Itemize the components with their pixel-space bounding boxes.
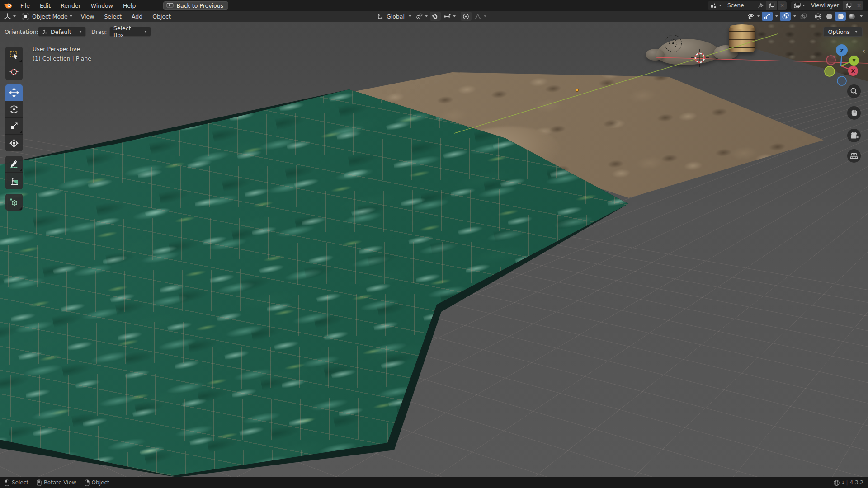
tool-add-cube[interactable] — [5, 194, 23, 211]
scene-name[interactable]: Scene — [724, 2, 755, 9]
tool-settings-bar: Orientation: Default Drag: Select Box Op… — [0, 26, 868, 39]
status-hint-object: Object — [85, 479, 109, 486]
pan-view-button[interactable] — [847, 106, 861, 120]
gizmo-negative-y[interactable] — [825, 66, 835, 76]
show-gizmo-toggle[interactable] — [762, 12, 773, 21]
menu-window[interactable]: Window — [86, 0, 118, 11]
blender-logo-icon[interactable] — [4, 2, 13, 9]
gizmo-y-label: Y — [852, 58, 856, 64]
tool-rotate[interactable] — [5, 101, 23, 118]
tool-transform[interactable] — [5, 135, 23, 151]
view-layer-icon — [793, 2, 801, 9]
shading-solid-button[interactable] — [824, 12, 835, 21]
status-divider: | — [846, 479, 848, 486]
object-origin-dot[interactable] — [576, 89, 579, 92]
material-sphere-icon — [837, 13, 844, 20]
xray-toggle[interactable] — [798, 12, 809, 21]
menu-select[interactable]: Select — [99, 11, 127, 22]
menu-object[interactable]: Object — [147, 11, 176, 22]
navigation-gizmo[interactable]: Z Y X — [812, 38, 868, 97]
menu-view[interactable]: View — [76, 11, 99, 22]
status-hint-select: Select — [5, 479, 28, 486]
menu-add[interactable]: Add — [127, 11, 147, 22]
xray-icon — [800, 13, 807, 20]
transform-orientation-dropdown[interactable]: Global — [375, 13, 413, 20]
options-dropdown[interactable]: Options — [823, 27, 863, 37]
viewport-header: Object Mode View Select Add Object Globa… — [0, 11, 868, 22]
pivot-point-icon — [415, 13, 423, 20]
editor-type-icon — [4, 13, 11, 20]
scene-new-copy-button[interactable] — [766, 1, 777, 10]
orientation-dropdown[interactable]: Default — [38, 27, 86, 37]
orientation-label: Orientation: — [5, 28, 38, 35]
axis-lines — [0, 22, 868, 477]
active-collection-label: (1) Collection | Plane — [33, 54, 91, 63]
view-layer-name[interactable]: ViewLayer — [807, 2, 843, 9]
shading-wireframe-button[interactable] — [812, 12, 823, 21]
viewport-info-text: User Perspective (1) Collection | Plane — [33, 44, 91, 63]
3d-cursor[interactable] — [690, 48, 710, 68]
view-layer-new-button[interactable] — [843, 1, 854, 10]
pivot-point-dropdown[interactable] — [414, 13, 429, 20]
grid-icon — [849, 152, 859, 160]
tool-cursor[interactable] — [5, 63, 23, 80]
gizmo-negative-x[interactable] — [826, 56, 835, 65]
snap-target-dropdown[interactable] — [442, 13, 457, 20]
version-label: 4.3.2 — [849, 479, 863, 486]
view-layer-selector: ViewLayer × — [791, 1, 863, 10]
view-layer-browse-button[interactable] — [791, 1, 807, 10]
scene-icon — [710, 2, 717, 9]
rotate-icon — [9, 104, 19, 114]
y-axis-line — [454, 34, 778, 133]
view-layer-remove-button[interactable]: × — [854, 1, 863, 10]
drag-value: Select Box — [113, 25, 142, 38]
menu-help[interactable]: Help — [118, 0, 141, 11]
left-mouse-icon — [5, 479, 9, 486]
duplicate-icon — [769, 2, 775, 9]
menu-file[interactable]: File — [15, 0, 35, 11]
transform-orientation-value: Global — [387, 13, 405, 20]
editor-type-button[interactable] — [0, 13, 19, 20]
back-to-previous-button[interactable]: Back to Previous — [163, 1, 228, 10]
annotate-pencil-icon — [9, 159, 19, 169]
tool-measure[interactable] — [5, 173, 23, 189]
toggle-orthographic-button[interactable] — [847, 149, 861, 163]
snap-toggle[interactable] — [430, 12, 441, 21]
menu-edit[interactable]: Edit — [35, 0, 56, 11]
mode-dropdown[interactable]: Object Mode — [19, 13, 76, 20]
show-object-types-dropdown[interactable] — [746, 12, 760, 20]
status-right: 1 | 4.3.2 — [833, 479, 863, 486]
shading-rendered-button[interactable] — [846, 12, 857, 21]
camera-view-button[interactable] — [847, 129, 861, 142]
tool-scale[interactable] — [5, 118, 23, 135]
show-overlays-toggle[interactable] — [780, 12, 791, 21]
status-hint-label: Select — [12, 479, 28, 486]
add-cube-icon — [9, 197, 19, 207]
3d-viewport[interactable]: User Perspective (1) Collection | Plane … — [0, 22, 868, 477]
shading-material-preview-button[interactable] — [835, 12, 846, 21]
scene-selector: Scene × — [708, 1, 787, 10]
tool-select-box[interactable] — [5, 47, 23, 63]
tool-annotate[interactable] — [5, 156, 23, 173]
status-hint-rotate-view: Rotate View — [37, 479, 76, 486]
scene-browse-button[interactable] — [708, 1, 724, 10]
back-to-previous-label: Back to Previous — [176, 2, 223, 9]
tool-move[interactable] — [5, 84, 23, 101]
drag-dropdown[interactable]: Select Box — [109, 27, 151, 37]
scene-unlink-button[interactable]: × — [777, 1, 787, 10]
cursor-tool-icon — [9, 67, 19, 77]
orientation-value: Default — [51, 28, 71, 35]
proportional-falloff-dropdown[interactable] — [472, 13, 488, 20]
transform-icon — [9, 138, 19, 148]
gizmo-negative-z[interactable] — [837, 76, 846, 85]
select-box-icon — [9, 50, 19, 60]
middle-mouse-icon — [37, 479, 42, 486]
menu-render[interactable]: Render — [56, 0, 86, 11]
camera-icon — [849, 131, 859, 140]
proportional-editing-toggle[interactable] — [461, 12, 472, 21]
scene-pin-button[interactable] — [755, 1, 766, 10]
toolbar — [5, 47, 23, 211]
right-mouse-icon — [85, 479, 90, 486]
mode-label: Object Mode — [32, 13, 68, 20]
top-bar: File Edit Render Window Help Back to Pre… — [0, 0, 868, 11]
